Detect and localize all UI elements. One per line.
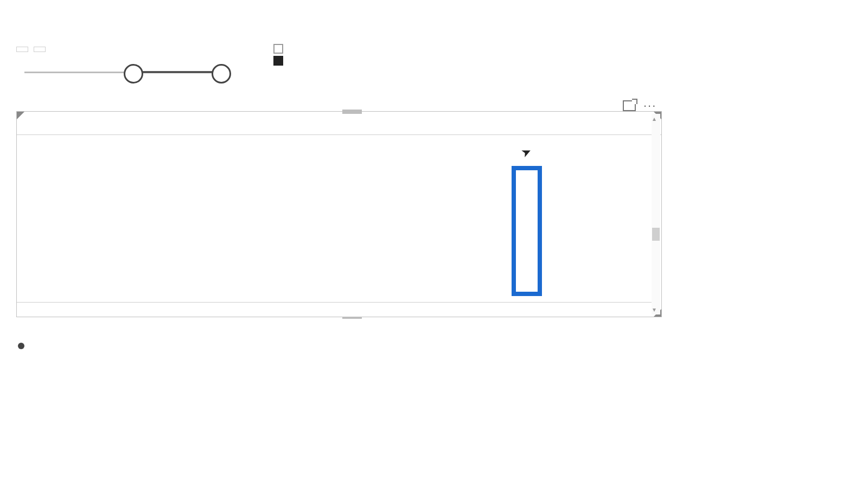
date-range-slicer[interactable] bbox=[16, 44, 49, 54]
focus-mode-icon[interactable] bbox=[623, 100, 636, 111]
date-slider-handle-start[interactable] bbox=[124, 64, 143, 84]
material-slicer[interactable] bbox=[273, 41, 288, 68]
table-visual-header: ··· bbox=[623, 100, 656, 111]
kpi-stock-outs[interactable] bbox=[705, 108, 835, 113]
mouse-cursor-icon: ➤ bbox=[519, 144, 533, 160]
kpi-days-out[interactable] bbox=[694, 228, 846, 232]
area-plot-svg bbox=[14, 352, 654, 436]
checkbox-filled-icon[interactable] bbox=[273, 56, 283, 66]
table-header-row bbox=[17, 112, 661, 135]
date-start-input[interactable] bbox=[16, 47, 28, 52]
material-option-ball-valve[interactable] bbox=[273, 44, 288, 54]
cumulative-area-chart[interactable] bbox=[14, 337, 659, 448]
scroll-down-icon[interactable]: ▾ bbox=[653, 306, 656, 313]
more-options-icon[interactable]: ··· bbox=[643, 103, 656, 108]
table-total-row bbox=[17, 302, 653, 317]
vertical-scrollbar[interactable]: ▴ ▾ bbox=[652, 114, 660, 314]
vertical-scroll-thumb[interactable] bbox=[652, 228, 660, 241]
material-option-female-adapter[interactable] bbox=[273, 56, 288, 66]
chart-legend bbox=[14, 343, 659, 349]
annotation-highlight-box bbox=[512, 166, 542, 296]
date-end-input[interactable] bbox=[34, 47, 46, 52]
materials-table[interactable]: ➤ ▴ ▾ bbox=[16, 111, 662, 317]
legend-marker-icon bbox=[18, 343, 24, 349]
date-slider-fill bbox=[132, 71, 219, 73]
date-slider-handle-end[interactable] bbox=[212, 64, 231, 84]
checkbox-icon[interactable] bbox=[273, 44, 283, 54]
scroll-up-icon[interactable]: ▴ bbox=[653, 115, 656, 123]
